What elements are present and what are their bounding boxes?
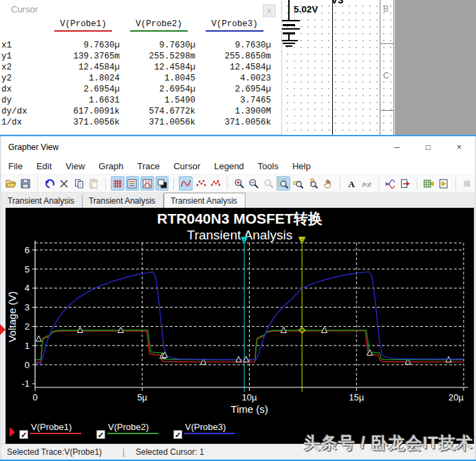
corner-cell: [0, 19, 45, 32]
cell-value: 9.7630µ: [45, 40, 121, 51]
maximize-icon[interactable]: □: [413, 136, 444, 158]
pan-hand-button[interactable]: [321, 176, 335, 191]
export-labview-button[interactable]: [437, 176, 451, 191]
zoom-horizontal-icon: [293, 178, 304, 189]
paste-button: [87, 176, 101, 191]
legend-checkbox[interactable]: ✓: [173, 430, 182, 439]
line-mode-button[interactable]: [179, 176, 193, 191]
invert-colors-button[interactable]: [155, 176, 169, 191]
y-tick-label: -1: [21, 378, 30, 389]
menu-item-edit[interactable]: Edit: [30, 161, 58, 171]
line-dots-mode-button[interactable]: [208, 176, 222, 191]
cell-value: 617.0091k: [45, 106, 121, 117]
zoom-restore-button: [262, 176, 276, 191]
cursors-button[interactable]: [140, 176, 154, 191]
table-row: y1139.3765m255.5298m255.8650m: [0, 51, 278, 62]
invert-colors-icon: [157, 178, 168, 189]
cell-value: 12.4584µ: [45, 62, 121, 73]
table-row: y21.80241.80454.0023: [0, 73, 278, 84]
zoom-horizontal-button[interactable]: [292, 176, 305, 191]
legend-item[interactable]: ✓V(Probe1): [19, 421, 96, 444]
legend-button[interactable]: [126, 176, 140, 191]
zoom-in-button[interactable]: [232, 176, 246, 191]
legend-icon: [127, 178, 138, 189]
tab-3[interactable]: Transient Analysis: [164, 193, 246, 208]
cell-value: 1.8045: [121, 73, 197, 84]
menu-item-legend[interactable]: Legend: [207, 161, 250, 171]
save-button[interactable]: [19, 176, 33, 191]
export-page-icon: [400, 178, 411, 189]
cursor-table: V(Probe1)V(Probe2)V(Probe3) x19.7630µ9.7…: [0, 19, 278, 128]
toolbar: [1, 175, 475, 193]
menu-item-tools[interactable]: Tools: [251, 161, 285, 171]
cursor-table-rows: x19.7630µ9.7630µ9.7630µy1139.3765m255.52…: [0, 40, 278, 128]
y-tick-label: 6: [25, 245, 30, 255]
data-point-marker: [36, 336, 41, 341]
toolbar-separator: [169, 178, 174, 190]
y-tick-label: 1: [25, 341, 30, 351]
row-label: dy: [0, 95, 45, 106]
row-label: x2: [0, 62, 45, 73]
close-icon[interactable]: ×: [444, 136, 475, 158]
overlay-traces-button[interactable]: [384, 176, 398, 191]
legend-checkbox[interactable]: ✓: [96, 430, 105, 439]
zoom-out-button[interactable]: [247, 176, 261, 191]
line-dots-mode-icon: [210, 178, 221, 189]
title-bar[interactable]: Grapher View ─ □ ×: [1, 136, 475, 158]
delete-icon: [58, 178, 69, 189]
row-label: y2: [0, 73, 45, 84]
zoom-vertical-button[interactable]: [307, 176, 321, 191]
menu-item-graph[interactable]: Graph: [91, 161, 130, 171]
undo-button[interactable]: [43, 176, 56, 191]
dots-mode-button[interactable]: [194, 176, 208, 191]
table-row: 1/dx371.0056k371.0056k371.0056k: [0, 117, 278, 128]
table-row: dx2.6954µ2.6954µ2.6954µ: [0, 84, 278, 95]
y-tick-label: 3: [25, 302, 30, 312]
cell-value: 12.4584µ: [197, 62, 272, 73]
menu-item-file[interactable]: File: [1, 161, 30, 171]
menu-item-help[interactable]: Help: [285, 161, 318, 171]
menu-item-view[interactable]: View: [58, 161, 91, 171]
tab-2[interactable]: Transient Analysis: [83, 194, 164, 208]
tab-1[interactable]: Transient Analysis: [1, 194, 83, 208]
export-page-button[interactable]: [398, 176, 412, 191]
cell-value: 371.0056k: [45, 117, 121, 128]
cell-value: 371.0056k: [121, 117, 197, 128]
minimize-icon[interactable]: ─: [382, 136, 413, 158]
cell-value: 4.0023: [197, 73, 272, 84]
undo-icon: [44, 178, 55, 189]
cell-value: 1.5490: [121, 95, 197, 106]
stop-icon: [462, 178, 473, 189]
legend-item[interactable]: ✓V(Probe3): [173, 421, 250, 444]
legend-checkbox[interactable]: ✓: [19, 430, 28, 439]
legend-label: V(Probe2): [107, 422, 158, 434]
x-tick-label: 20µ: [448, 392, 464, 403]
table-row: dy/dx617.0091k574.6772k1.3900M: [0, 106, 278, 117]
cell-value: 371.0056k: [197, 117, 272, 128]
open-button[interactable]: [4, 176, 18, 191]
menu-item-trace[interactable]: Trace: [130, 161, 166, 171]
delete-button[interactable]: [58, 176, 72, 191]
menu-item-cursor[interactable]: Cursor: [166, 161, 207, 171]
battery-wire-top: [288, 0, 290, 20]
y-axis-title: Voltage (V): [6, 291, 18, 342]
xy-readout-button[interactable]: [360, 176, 374, 191]
y-tick-label: 0: [25, 360, 30, 370]
grid-button[interactable]: [111, 176, 125, 191]
plot[interactable]: 126543210-105µ10µ15µ20µTime (s)Voltage (…: [6, 208, 474, 421]
selected-trace-arrow-icon: [10, 427, 15, 437]
row-label: dx: [0, 84, 45, 95]
export-excel-button[interactable]: [422, 176, 436, 191]
dots-mode-icon: [195, 178, 206, 189]
text-annotation-button[interactable]: [345, 176, 359, 191]
cursor-1-number: 1: [243, 238, 246, 243]
x-tick-label: 5µ: [137, 392, 147, 403]
table-row: x19.7630µ9.7630µ9.7630µ: [0, 40, 278, 51]
y-tick-label: 2: [25, 321, 30, 332]
zoom-area-button[interactable]: [277, 176, 290, 191]
copy-button[interactable]: [72, 176, 86, 191]
close-icon[interactable]: x: [263, 4, 276, 17]
cell-value: 2.6954µ: [197, 84, 272, 95]
legend-item[interactable]: ✓V(Probe2): [96, 421, 173, 444]
toolbar-separator: [374, 178, 379, 190]
